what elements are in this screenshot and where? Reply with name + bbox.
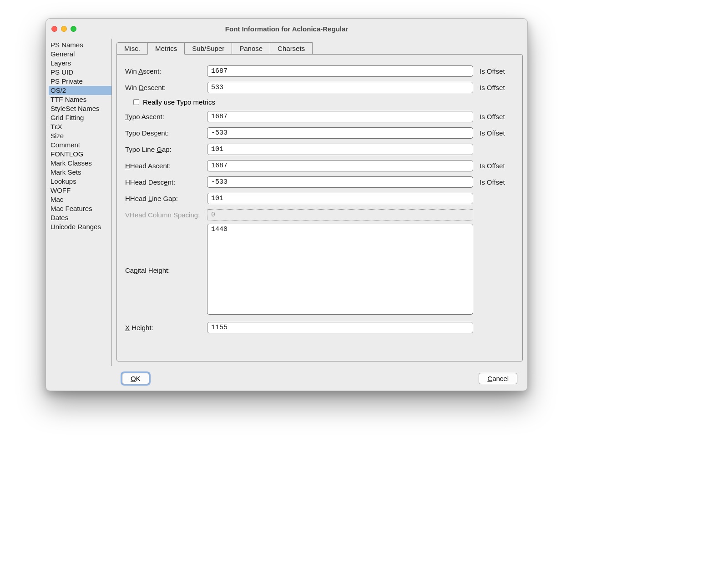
tab-charsets[interactable]: Charsets <box>270 42 313 55</box>
really-use-typo-checkbox[interactable] <box>133 99 139 105</box>
win-descent-field[interactable] <box>207 82 473 93</box>
typo-descent-label: Typo Descent: <box>125 129 207 137</box>
minimize-icon[interactable] <box>61 26 67 32</box>
sidebar-item-tex[interactable]: TεX <box>49 122 111 131</box>
typo-descent-offset-label[interactable]: Is Offset <box>477 129 514 137</box>
typo-ascent-label: Typo Ascent: <box>125 113 207 120</box>
typo-ascent-offset-label[interactable]: Is Offset <box>477 113 514 120</box>
sidebar-item-woff[interactable]: WOFF <box>49 186 111 195</box>
sidebar-item-layers[interactable]: Layers <box>49 59 111 68</box>
win-ascent-offset-label[interactable]: Is Offset <box>477 67 514 75</box>
main-panel: Misc. Metrics Sub/Super Panose Charsets … <box>112 39 527 366</box>
typo-linegap-field[interactable] <box>207 144 473 155</box>
win-ascent-label: Win Ascent: <box>125 67 207 75</box>
typo-descent-field[interactable] <box>207 127 473 139</box>
hhead-descent-offset-label[interactable]: Is Offset <box>477 178 514 186</box>
titlebar: Font Information for Aclonica-Regular <box>46 19 527 39</box>
capital-height-field[interactable] <box>207 224 473 315</box>
sidebar-item-dates[interactable]: Dates <box>49 213 111 222</box>
sidebar-item-general[interactable]: General <box>49 50 111 59</box>
sidebar-item-ps-names[interactable]: PS Names <box>49 40 111 50</box>
hhead-ascent-label: HHead Ascent: <box>125 162 207 170</box>
sidebar-item-unicode-ranges[interactable]: Unicode Ranges <box>49 222 111 231</box>
typo-linegap-label: Typo Line Gap: <box>125 146 207 153</box>
hhead-linegap-field[interactable] <box>207 193 473 204</box>
x-height-field[interactable] <box>207 322 473 333</box>
sidebar-item-mac-features[interactable]: Mac Features <box>49 204 111 213</box>
sidebar-item-ps-private[interactable]: PS Private <box>49 77 111 86</box>
win-descent-label: Win Descent: <box>125 84 207 91</box>
sidebar-item-mark-classes[interactable]: Mark Classes <box>49 159 111 168</box>
win-descent-offset-label[interactable]: Is Offset <box>477 84 514 91</box>
hhead-descent-label: HHead Descent: <box>125 178 207 186</box>
typo-ascent-field[interactable] <box>207 111 473 122</box>
sidebar-item-mark-sets[interactable]: Mark Sets <box>49 168 111 177</box>
sidebar-item-fontlog[interactable]: FONTLOG <box>49 150 111 159</box>
hhead-descent-field[interactable] <box>207 176 473 188</box>
tab-subsuper[interactable]: Sub/Super <box>184 42 232 55</box>
sidebar-item-lookups[interactable]: Lookups <box>49 177 111 186</box>
x-height-label: X Height: <box>125 324 207 331</box>
window-controls <box>51 26 76 32</box>
hhead-linegap-label: HHead Line Gap: <box>125 195 207 202</box>
tab-panose[interactable]: Panose <box>232 42 270 55</box>
ok-button[interactable]: OK <box>122 373 149 384</box>
sidebar: PS Names General Layers PS UID PS Privat… <box>46 39 112 366</box>
tab-misc[interactable]: Misc. <box>116 42 148 55</box>
zoom-icon[interactable] <box>71 26 76 32</box>
close-icon[interactable] <box>51 26 57 32</box>
sidebar-item-os2[interactable]: OS/2 <box>49 86 111 95</box>
sidebar-item-ps-uid[interactable]: PS UID <box>49 68 111 77</box>
sidebar-item-size[interactable]: Size <box>49 131 111 140</box>
win-ascent-field[interactable] <box>207 65 473 77</box>
tab-metrics[interactable]: Metrics <box>147 42 185 55</box>
vhead-spacing-label: VHead Column Spacing: <box>125 211 207 219</box>
really-use-typo-label: Really use Typo metrics <box>143 98 215 106</box>
vhead-spacing-field <box>207 209 473 221</box>
sidebar-item-grid-fitting[interactable]: Grid Fitting <box>49 113 111 122</box>
window-title: Font Information for Aclonica-Regular <box>46 25 527 33</box>
sidebar-item-styleset-names[interactable]: StyleSet Names <box>49 104 111 113</box>
font-info-window: Font Information for Aclonica-Regular PS… <box>46 18 528 391</box>
tab-bar: Misc. Metrics Sub/Super Panose Charsets <box>116 42 523 55</box>
hhead-ascent-field[interactable] <box>207 160 473 171</box>
metrics-panel: Win Ascent: Is Offset Win Descent: Is Of… <box>116 54 523 361</box>
capital-height-label: Capital Height: <box>125 266 207 274</box>
sidebar-item-ttf-names[interactable]: TTF Names <box>49 95 111 104</box>
sidebar-item-mac[interactable]: Mac <box>49 195 111 204</box>
hhead-ascent-offset-label[interactable]: Is Offset <box>477 162 514 170</box>
cancel-button[interactable]: Cancel <box>479 373 517 384</box>
dialog-footer: OK Cancel <box>46 366 527 391</box>
sidebar-item-comment[interactable]: Comment <box>49 140 111 150</box>
